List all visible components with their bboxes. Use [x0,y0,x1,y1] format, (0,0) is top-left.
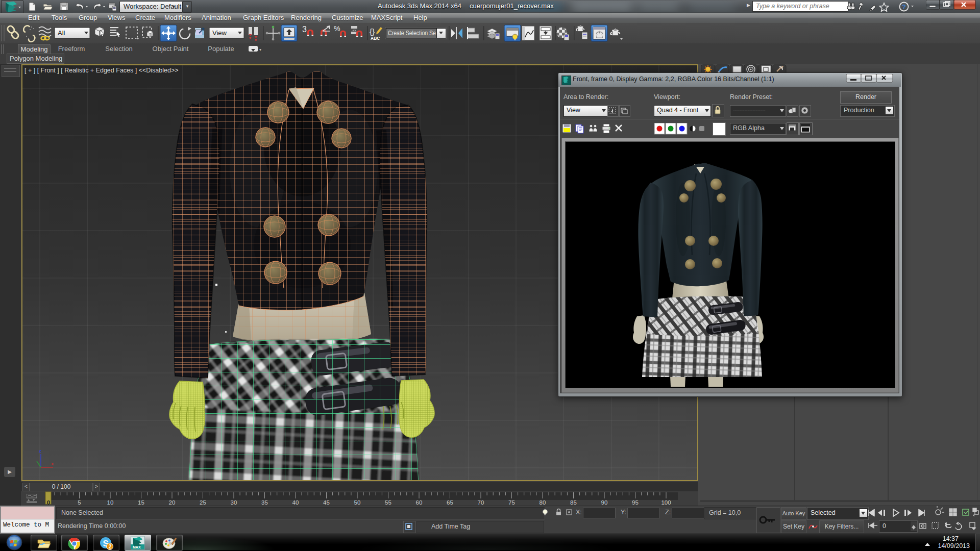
svg-text:75: 75 [508,499,515,506]
svg-text:x: x [51,461,54,466]
svg-text:Create Selection Se: Create Selection Se [388,30,436,37]
svg-text:60: 60 [416,499,423,506]
svg-text:80: 80 [540,499,546,506]
svg-text:ABC: ABC [371,36,380,41]
svg-text:MAX: MAX [133,545,141,549]
svg-text:45: 45 [323,499,330,506]
svg-text:0: 0 [47,499,50,506]
svg-text:35: 35 [261,499,268,506]
svg-text:10: 10 [107,499,114,506]
svg-text:20: 20 [169,499,176,506]
svg-text:50: 50 [354,499,361,506]
svg-text:View: View [212,29,227,37]
svg-text:3: 3 [302,25,307,34]
svg-text:95: 95 [632,499,639,506]
svg-text:{}: {} [370,27,375,36]
svg-text:25: 25 [200,499,206,506]
svg-text:30: 30 [231,499,237,506]
svg-text:90: 90 [601,499,608,506]
svg-text:100: 100 [661,499,671,506]
svg-text:5: 5 [78,499,81,506]
svg-text:40: 40 [292,499,299,506]
svg-text:55: 55 [385,499,391,506]
svg-text:All: All [58,29,65,37]
svg-text:15: 15 [138,499,144,506]
svg-text:2: 2 [109,544,112,549]
svg-text:85: 85 [570,499,577,506]
svg-text:65: 65 [447,499,453,506]
svg-text:z: z [39,448,41,454]
svg-text:?: ? [902,3,906,11]
svg-text:[ + ] [ Front ] [ Realistic +: [ + ] [ Front ] [ Realistic + Edged Face… [24,67,179,74]
svg-text:70: 70 [478,499,484,506]
svg-text:%: % [334,24,340,33]
